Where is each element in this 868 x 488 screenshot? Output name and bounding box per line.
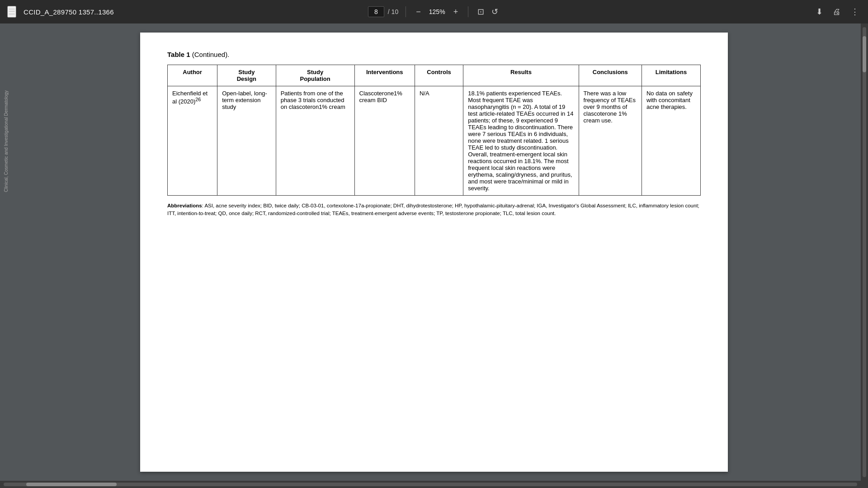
toolbar: ☰ CCID_A_289750 1357..1366 / 10 − 125% +…	[0, 0, 868, 23]
header-results: Results	[463, 65, 579, 86]
document-title: CCID_A_289750 1357..1366	[24, 8, 114, 16]
right-scrollbar-track[interactable]	[863, 27, 866, 477]
cell-controls: N/A	[415, 86, 463, 196]
table-caption-rest: (Continued).	[190, 51, 230, 58]
cell-author: Eichenfield et al (2020)26	[168, 86, 217, 196]
cell-limitations: No data on safety with concomitant acne …	[642, 86, 700, 196]
print-button[interactable]: 🖨	[831, 5, 843, 19]
zoom-in-button[interactable]: +	[451, 6, 461, 18]
zoom-out-button[interactable]: −	[413, 6, 424, 18]
header-study-population: StudyPopulation	[276, 65, 354, 86]
header-study-design: StudyDesign	[217, 65, 276, 86]
table-caption: Table 1 (Continued).	[167, 51, 701, 58]
bottom-scrollbar[interactable]	[0, 481, 861, 488]
bottom-scrollbar-thumb[interactable]	[26, 483, 117, 486]
cell-interventions: Clascoterone1% cream BID	[354, 86, 415, 196]
rotate-button[interactable]: ↺	[490, 5, 500, 19]
table-row: Eichenfield et al (2020)26 Open-label, l…	[168, 86, 701, 196]
header-author: Author	[168, 65, 217, 86]
page-total: / 10	[388, 8, 398, 15]
cell-conclusions: There was a low frequency of TEAEs over …	[579, 86, 642, 196]
abbreviations-label: Abbreviations	[167, 203, 202, 208]
abbreviations-text: : ASI, acne severity index; BID, twice d…	[167, 203, 699, 216]
abbreviations-section: Abbreviations: ASI, acne severity index;…	[167, 202, 701, 218]
table-caption-bold: Table 1	[167, 51, 190, 58]
zoom-level: 125%	[427, 8, 447, 15]
divider-1	[406, 6, 406, 17]
header-interventions: Interventions	[354, 65, 415, 86]
bottom-scrollbar-track[interactable]	[4, 483, 857, 486]
header-conclusions: Conclusions	[579, 65, 642, 86]
header-limitations: Limitations	[642, 65, 700, 86]
download-button[interactable]: ⬇	[814, 5, 825, 19]
paper-page: Table 1 (Continued). Author StudyDesign …	[140, 33, 728, 472]
divider-2	[468, 6, 468, 17]
cell-study-population: Patients from one of the phase 3 trials …	[276, 86, 354, 196]
right-scrollbar-thumb[interactable]	[863, 36, 866, 72]
fit-page-button[interactable]: ⊡	[476, 5, 486, 19]
header-controls: Controls	[415, 65, 463, 86]
table-header-row: Author StudyDesign StudyPopulation Inter…	[168, 65, 701, 86]
page-number-input[interactable]	[368, 6, 384, 17]
cell-study-design: Open-label, long-term extension study	[217, 86, 276, 196]
toolbar-left: ☰ CCID_A_289750 1357..1366	[7, 6, 368, 18]
more-options-button[interactable]: ⋮	[849, 5, 861, 19]
main-table: Author StudyDesign StudyPopulation Inter…	[167, 65, 701, 196]
right-scrollbar[interactable]	[861, 23, 868, 481]
page-area[interactable]: Table 1 (Continued). Author StudyDesign …	[0, 23, 868, 481]
cell-results: 18.1% patients experienced TEAEs. Most f…	[463, 86, 579, 196]
toolbar-right: ⬇ 🖨 ⋮	[500, 5, 861, 19]
menu-button[interactable]: ☰	[7, 6, 16, 18]
side-journal-label: Clinical, Cosmetic and Investigational D…	[4, 90, 9, 192]
toolbar-center: / 10 − 125% + ⊡ ↺	[368, 5, 500, 19]
